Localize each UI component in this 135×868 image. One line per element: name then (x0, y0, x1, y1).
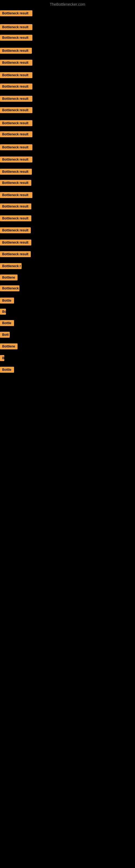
bottleneck-result-badge[interactable]: Bottleneck result (0, 169, 32, 175)
bottleneck-result-badge[interactable]: Bottleneck result (0, 120, 32, 126)
bottleneck-result-badge[interactable]: B (0, 355, 4, 361)
bottleneck-result-badge[interactable]: Bottlene (0, 275, 17, 280)
bottleneck-result-badge[interactable]: Bottleneck result (0, 24, 32, 30)
bottleneck-result-badge[interactable]: Bottleneck result (0, 48, 32, 54)
bottleneck-result-badge[interactable]: Bottlene (0, 343, 17, 349)
bottleneck-result-badge[interactable]: Bottleneck r (0, 263, 21, 269)
bottleneck-result-badge[interactable]: Bottleneck result (0, 10, 32, 16)
bottleneck-result-badge[interactable]: Bottleneck result (0, 107, 32, 113)
bottleneck-result-badge[interactable]: Bottleneck result (0, 215, 31, 221)
bottleneck-result-badge[interactable]: Bottleneck result (0, 227, 31, 233)
bottleneck-result-badge[interactable]: Bottleneck result (0, 35, 32, 41)
bottleneck-result-badge[interactable]: Bottleneck result (0, 72, 32, 78)
bottleneck-result-badge[interactable]: Bottle (0, 367, 14, 373)
bottleneck-result-badge[interactable]: Bottle (0, 298, 14, 304)
bottleneck-result-badge[interactable]: Bottleneck result (0, 251, 31, 257)
bottleneck-result-badge[interactable]: Bottleneck result (0, 180, 31, 186)
bottleneck-result-badge[interactable]: Bottleneck result (0, 204, 31, 209)
bottleneck-result-badge[interactable]: Bottleneck result (0, 96, 32, 102)
bottleneck-result-badge[interactable]: Bottleneck result (0, 84, 32, 90)
bottleneck-result-badge[interactable]: Bottleneck result (0, 60, 32, 66)
bottleneck-result-badge[interactable]: Bottleneck result (0, 156, 32, 162)
bottleneck-result-badge[interactable]: Bottle (0, 320, 14, 326)
bottleneck-result-badge[interactable]: Bottleneck result (0, 131, 32, 137)
site-title: TheBottlenecker.com (0, 0, 135, 9)
bottleneck-result-badge[interactable]: Bottleneck result (0, 192, 32, 198)
bottleneck-result-badge[interactable]: Bottleneck (0, 285, 19, 291)
bottleneck-result-badge[interactable]: Bo (0, 309, 6, 315)
bottleneck-result-badge[interactable]: Bott (0, 332, 10, 338)
bottleneck-result-badge[interactable]: Bottleneck result (0, 144, 32, 150)
bottleneck-result-badge[interactable]: Bottleneck result (0, 240, 31, 246)
